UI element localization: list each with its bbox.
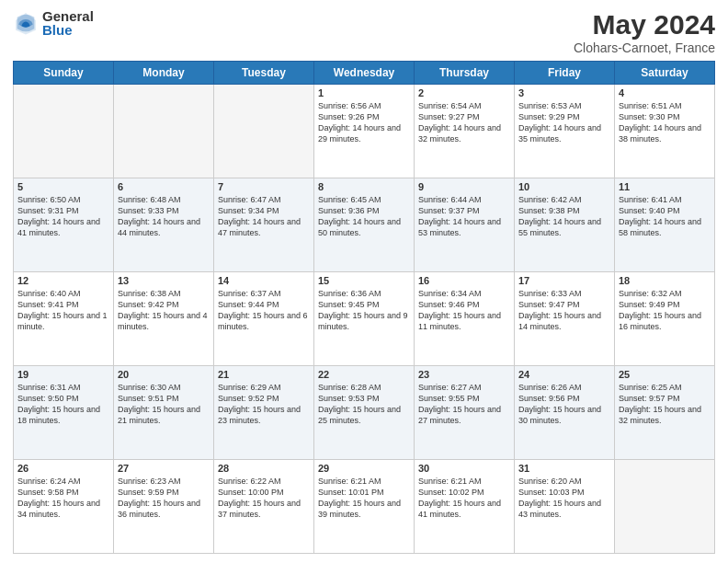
header-thursday: Thursday: [415, 62, 515, 85]
calendar-cell-w1-d6: 3Sunrise: 6:53 AM Sunset: 9:29 PM Daylig…: [515, 85, 615, 178]
day-number: 14: [218, 275, 310, 286]
day-info: Sunrise: 6:48 AM Sunset: 9:33 PM Dayligh…: [118, 194, 210, 239]
calendar-cell-w5-d6: 31Sunrise: 6:20 AM Sunset: 10:03 PM Dayl…: [515, 460, 615, 554]
day-info: Sunrise: 6:37 AM Sunset: 9:44 PM Dayligh…: [218, 288, 310, 333]
calendar-table: Sunday Monday Tuesday Wednesday Thursday…: [13, 61, 715, 554]
calendar-cell-w2-d5: 9Sunrise: 6:44 AM Sunset: 9:37 PM Daylig…: [415, 178, 515, 272]
calendar-cell-w4-d2: 20Sunrise: 6:30 AM Sunset: 9:51 PM Dayli…: [114, 366, 214, 460]
day-number: 6: [118, 181, 210, 192]
page-header: General Blue May 2024 Clohars-Carnoet, F…: [13, 9, 715, 55]
header-monday: Monday: [114, 62, 214, 85]
day-number: 21: [218, 369, 310, 380]
day-number: 3: [518, 87, 610, 98]
location-subtitle: Clohars-Carnoet, France: [574, 40, 715, 55]
calendar-cell-w5-d7: [615, 460, 715, 554]
calendar-cell-w2-d6: 10Sunrise: 6:42 AM Sunset: 9:38 PM Dayli…: [515, 178, 615, 272]
calendar-cell-w2-d2: 6Sunrise: 6:48 AM Sunset: 9:33 PM Daylig…: [114, 178, 214, 272]
calendar-cell-w3-d7: 18Sunrise: 6:32 AM Sunset: 9:49 PM Dayli…: [615, 272, 715, 366]
day-number: 19: [17, 369, 109, 380]
week-row-2: 5Sunrise: 6:50 AM Sunset: 9:31 PM Daylig…: [14, 178, 715, 272]
header-sunday: Sunday: [14, 62, 114, 85]
calendar-cell-w4-d4: 22Sunrise: 6:28 AM Sunset: 9:53 PM Dayli…: [314, 366, 415, 460]
header-tuesday: Tuesday: [214, 62, 314, 85]
day-info: Sunrise: 6:34 AM Sunset: 9:46 PM Dayligh…: [418, 288, 510, 333]
day-info: Sunrise: 6:44 AM Sunset: 9:37 PM Dayligh…: [418, 194, 510, 239]
day-number: 1: [318, 87, 410, 98]
day-info: Sunrise: 6:25 AM Sunset: 9:57 PM Dayligh…: [619, 382, 711, 427]
calendar-cell-w2-d3: 7Sunrise: 6:47 AM Sunset: 9:34 PM Daylig…: [214, 178, 314, 272]
calendar-cell-w5-d4: 29Sunrise: 6:21 AM Sunset: 10:01 PM Dayl…: [314, 460, 415, 554]
calendar-cell-w2-d7: 11Sunrise: 6:41 AM Sunset: 9:40 PM Dayli…: [615, 178, 715, 272]
calendar-cell-w1-d2: [114, 85, 214, 178]
calendar-cell-w1-d3: [214, 85, 314, 178]
day-info: Sunrise: 6:29 AM Sunset: 9:52 PM Dayligh…: [218, 382, 310, 427]
day-info: Sunrise: 6:42 AM Sunset: 9:38 PM Dayligh…: [518, 194, 610, 239]
header-wednesday: Wednesday: [314, 62, 415, 85]
calendar-cell-w3-d3: 14Sunrise: 6:37 AM Sunset: 9:44 PM Dayli…: [214, 272, 314, 366]
day-info: Sunrise: 6:27 AM Sunset: 9:55 PM Dayligh…: [418, 382, 510, 427]
day-number: 18: [619, 275, 711, 286]
day-info: Sunrise: 6:50 AM Sunset: 9:31 PM Dayligh…: [17, 194, 109, 239]
day-info: Sunrise: 6:56 AM Sunset: 9:26 PM Dayligh…: [318, 100, 410, 145]
logo-general-text: General: [42, 9, 94, 23]
day-number: 20: [118, 369, 210, 380]
calendar-cell-w1-d7: 4Sunrise: 6:51 AM Sunset: 9:30 PM Daylig…: [615, 85, 715, 178]
day-number: 9: [418, 181, 510, 192]
day-number: 4: [619, 87, 711, 98]
day-info: Sunrise: 6:21 AM Sunset: 10:02 PM Daylig…: [418, 476, 510, 521]
day-number: 8: [318, 181, 410, 192]
logo-text: General Blue: [42, 9, 94, 37]
day-info: Sunrise: 6:23 AM Sunset: 9:59 PM Dayligh…: [118, 476, 210, 521]
logo-icon: [13, 10, 39, 36]
day-info: Sunrise: 6:41 AM Sunset: 9:40 PM Dayligh…: [619, 194, 711, 239]
title-block: May 2024 Clohars-Carnoet, France: [574, 9, 715, 55]
calendar-cell-w5-d2: 27Sunrise: 6:23 AM Sunset: 9:59 PM Dayli…: [114, 460, 214, 554]
logo: General Blue: [13, 9, 94, 37]
day-number: 27: [118, 463, 210, 474]
calendar-cell-w4-d1: 19Sunrise: 6:31 AM Sunset: 9:50 PM Dayli…: [14, 366, 114, 460]
day-info: Sunrise: 6:24 AM Sunset: 9:58 PM Dayligh…: [17, 476, 109, 521]
calendar-cell-w5-d3: 28Sunrise: 6:22 AM Sunset: 10:00 PM Dayl…: [214, 460, 314, 554]
day-info: Sunrise: 6:21 AM Sunset: 10:01 PM Daylig…: [318, 476, 410, 521]
day-number: 13: [118, 275, 210, 286]
day-info: Sunrise: 6:22 AM Sunset: 10:00 PM Daylig…: [218, 476, 310, 521]
day-number: 12: [17, 275, 109, 286]
day-number: 17: [518, 275, 610, 286]
calendar-cell-w4-d7: 25Sunrise: 6:25 AM Sunset: 9:57 PM Dayli…: [615, 366, 715, 460]
calendar-cell-w5-d5: 30Sunrise: 6:21 AM Sunset: 10:02 PM Dayl…: [415, 460, 515, 554]
day-number: 15: [318, 275, 410, 286]
calendar-cell-w5-d1: 26Sunrise: 6:24 AM Sunset: 9:58 PM Dayli…: [14, 460, 114, 554]
day-info: Sunrise: 6:45 AM Sunset: 9:36 PM Dayligh…: [318, 194, 410, 239]
main-title: May 2024: [574, 9, 715, 40]
day-number: 30: [418, 463, 510, 474]
day-number: 22: [318, 369, 410, 380]
day-info: Sunrise: 6:33 AM Sunset: 9:47 PM Dayligh…: [518, 288, 610, 333]
calendar-cell-w4-d6: 24Sunrise: 6:26 AM Sunset: 9:56 PM Dayli…: [515, 366, 615, 460]
day-info: Sunrise: 6:30 AM Sunset: 9:51 PM Dayligh…: [118, 382, 210, 427]
week-row-3: 12Sunrise: 6:40 AM Sunset: 9:41 PM Dayli…: [14, 272, 715, 366]
day-number: 26: [17, 463, 109, 474]
calendar-cell-w4-d5: 23Sunrise: 6:27 AM Sunset: 9:55 PM Dayli…: [415, 366, 515, 460]
calendar-cell-w1-d5: 2Sunrise: 6:54 AM Sunset: 9:27 PM Daylig…: [415, 85, 515, 178]
day-number: 31: [518, 463, 610, 474]
day-info: Sunrise: 6:36 AM Sunset: 9:45 PM Dayligh…: [318, 288, 410, 333]
day-number: 7: [218, 181, 310, 192]
day-number: 24: [518, 369, 610, 380]
day-number: 29: [318, 463, 410, 474]
day-number: 5: [17, 181, 109, 192]
day-info: Sunrise: 6:31 AM Sunset: 9:50 PM Dayligh…: [17, 382, 109, 427]
day-info: Sunrise: 6:53 AM Sunset: 9:29 PM Dayligh…: [518, 100, 610, 145]
calendar-cell-w3-d5: 16Sunrise: 6:34 AM Sunset: 9:46 PM Dayli…: [415, 272, 515, 366]
calendar-cell-w2-d4: 8Sunrise: 6:45 AM Sunset: 9:36 PM Daylig…: [314, 178, 415, 272]
week-row-1: 1Sunrise: 6:56 AM Sunset: 9:26 PM Daylig…: [14, 85, 715, 178]
day-number: 16: [418, 275, 510, 286]
day-number: 2: [418, 87, 510, 98]
day-info: Sunrise: 6:47 AM Sunset: 9:34 PM Dayligh…: [218, 194, 310, 239]
calendar-cell-w3-d6: 17Sunrise: 6:33 AM Sunset: 9:47 PM Dayli…: [515, 272, 615, 366]
calendar-cell-w3-d4: 15Sunrise: 6:36 AM Sunset: 9:45 PM Dayli…: [314, 272, 415, 366]
week-row-4: 19Sunrise: 6:31 AM Sunset: 9:50 PM Dayli…: [14, 366, 715, 460]
header-saturday: Saturday: [615, 62, 715, 85]
day-info: Sunrise: 6:38 AM Sunset: 9:42 PM Dayligh…: [118, 288, 210, 333]
day-number: 10: [518, 181, 610, 192]
calendar-cell-w4-d3: 21Sunrise: 6:29 AM Sunset: 9:52 PM Dayli…: [214, 366, 314, 460]
